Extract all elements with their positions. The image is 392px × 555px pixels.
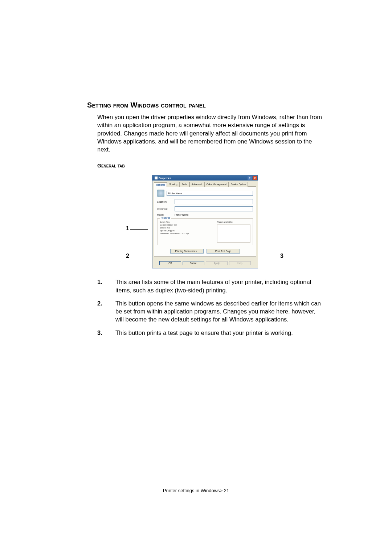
printer-name-input[interactable]: Printer Name <box>167 191 253 196</box>
location-label: Location: <box>157 200 172 203</box>
list-number-1: 1. <box>97 278 115 294</box>
model-value: Printer Name <box>175 214 188 216</box>
page-footer: Printer settings in Windows> 21 <box>0 488 392 493</box>
general-panel: Printer Name Location: Comment: Model: P… <box>154 186 256 257</box>
list-text-2: This button opens the same windows as de… <box>115 299 323 324</box>
tab-advanced[interactable]: Advanced <box>189 182 204 187</box>
printer-big-icon <box>157 190 164 197</box>
dialog-title-text: Properties <box>159 177 171 179</box>
paper-available-label: Paper available: <box>217 221 250 223</box>
titlebar-close-button[interactable]: X <box>253 176 257 180</box>
comment-input[interactable] <box>175 206 253 211</box>
paper-available-list[interactable] <box>217 224 250 243</box>
numbered-list: 1. This area lists some of the main feat… <box>97 278 323 337</box>
tab-color-management[interactable]: Color Management <box>204 182 229 187</box>
section-heading: Setting from Windows control panel <box>87 101 323 109</box>
list-item: 3. This button prints a test page to ens… <box>97 329 323 337</box>
features-group: Features Color: Yes Double-sided: Yes St… <box>157 218 253 245</box>
list-number-3: 3. <box>97 329 115 337</box>
callout-2: 2 <box>126 253 129 259</box>
features-group-title: Features <box>160 216 171 219</box>
tab-strip: General Sharing Ports Advanced Color Man… <box>152 181 258 186</box>
list-text-1: This area lists some of the main feature… <box>115 278 323 294</box>
properties-dialog: Properties ? X General Sharing Ports Adv… <box>152 175 258 268</box>
location-input[interactable] <box>175 199 253 204</box>
help-button[interactable]: Help <box>229 261 251 265</box>
callout-1: 1 <box>126 225 129 232</box>
dialog-figure: 1 2 3 Properties ? X Gener <box>129 175 281 268</box>
cancel-button[interactable]: Cancel <box>183 261 204 265</box>
print-test-page-button[interactable]: Print Test Page <box>207 249 240 254</box>
dialog-titlebar: Properties ? X <box>152 175 258 181</box>
dialog-bottom-buttons: OK Cancel Apply Help <box>152 258 258 268</box>
intro-paragraph: When you open the driver properties wind… <box>97 113 323 153</box>
feat-color: Color: Yes <box>160 221 214 223</box>
titlebar-help-button[interactable]: ? <box>248 176 252 180</box>
feat-staple: Staple: No <box>160 227 214 229</box>
tab-sharing[interactable]: Sharing <box>167 182 179 187</box>
tab-device-option[interactable]: Device Option <box>229 182 248 187</box>
list-item: 1. This area lists some of the main feat… <box>97 278 323 294</box>
apply-button[interactable]: Apply <box>206 261 228 265</box>
callout-3: 3 <box>280 253 283 259</box>
ok-button[interactable]: OK <box>159 261 181 265</box>
list-text-3: This button prints a test page to ensure… <box>115 329 323 337</box>
subsection-heading: General tab <box>97 163 323 169</box>
comment-label: Comment: <box>157 208 172 210</box>
printer-icon <box>155 177 158 179</box>
list-number-2: 2. <box>97 299 115 324</box>
callout-1-line <box>130 229 148 230</box>
tab-general[interactable]: General <box>154 182 167 187</box>
feat-double-sided: Double-sided: Yes <box>160 224 214 226</box>
model-label: Model: <box>157 214 172 216</box>
printing-preferences-button[interactable]: Printing Preferences... <box>170 249 204 254</box>
list-item: 2. This button opens the same windows as… <box>97 299 323 324</box>
feat-speed: Speed: 20 ppm <box>160 230 214 232</box>
tab-ports[interactable]: Ports <box>180 182 189 187</box>
feat-max-res: Maximum resolution: 1200 dpi <box>160 232 214 235</box>
